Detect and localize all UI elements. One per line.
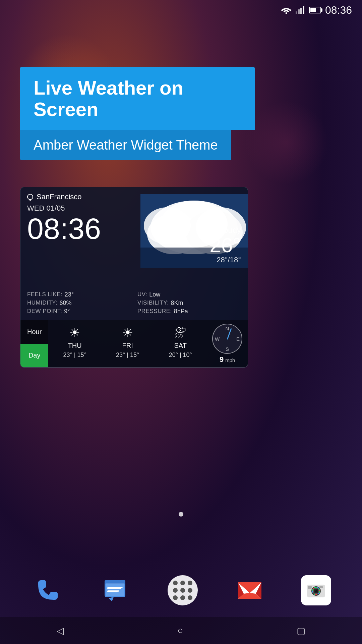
compass-south: S [226,346,229,352]
visibility-label: VISIBILITY: [137,300,169,307]
svg-rect-1 [296,11,297,14]
tab-day[interactable]: Day [20,344,48,367]
status-bar: 08:36 [0,0,362,20]
widget-stats: FEELS LIKE: 23° UV: Low HUMIDITY: 60% VI… [20,291,248,320]
pressure-value: 8hPa [174,308,188,315]
compass-circle: N S E W [212,324,242,354]
compass-east: E [236,336,240,341]
promo-subtitle-box: Amber Weather Widget Theme [20,130,231,160]
visibility-value: 8Km [171,300,183,307]
forecast-icon-2: ⛈ [174,326,186,340]
widget-forecast: Hour Day ☀ THU 23° | 15° ☀ FRI 23° | 15°… [20,320,248,367]
uv-label: UV: [137,291,147,298]
camera-icon[interactable] [301,575,331,605]
forecast-day-name-2: SAT [174,342,187,350]
wind-unit: mph [225,357,235,363]
forecast-days: ☀ THU 23° | 15° ☀ FRI 23° | 15° ⛈ SAT 20… [48,320,207,367]
uv-stat: UV: Low [137,291,241,298]
nav-recents-button[interactable]: ▢ [297,625,305,636]
pressure-stat: PRESSURE: 8hPa [137,308,241,315]
feels-like-stat: FEELS LIKE: 23° [27,291,131,298]
svg-rect-37 [319,586,323,588]
widget-main: WED 01/05 08:36 [20,204,248,291]
tab-hour[interactable]: Hour [20,320,48,344]
wind-info: 9 mph [220,355,235,364]
location-icon [27,194,33,200]
battery-icon [309,7,321,13]
forecast-temps-1: 23° | 15° [116,352,139,359]
wind-compass: N S E W 9 mph [207,320,248,367]
promo-banner[interactable]: Live Weather on Screen Amber Weather Wid… [20,67,255,160]
humidity-label: HUMIDITY: [27,300,57,307]
messages-icon[interactable] [99,574,133,607]
weather-widget[interactable]: SanFrancisco WED 01/05 08:36 [20,187,248,368]
pressure-label: PRESSURE: [137,308,172,315]
forecast-day-0: ☀ THU 23° | 15° [60,320,90,367]
widget-clock: 08:36 [27,214,241,244]
wifi-icon [281,6,292,14]
svg-rect-2 [298,9,300,14]
dock [0,564,362,617]
forecast-icon-1: ☀ [122,326,133,340]
dew-point-stat: DEW POINT: 9° [27,308,131,315]
svg-rect-18 [106,583,124,596]
svg-point-36 [315,590,316,591]
svg-rect-38 [308,586,312,589]
forecast-temps-0: 23° | 15° [63,352,86,359]
forecast-day-2: ⛈ SAT 20° | 10° [166,320,195,367]
status-time: 08:36 [325,4,352,16]
promo-title: Live Weather on Screen [34,77,241,120]
forecast-day-1: ☀ FRI 23° | 15° [113,320,142,367]
promo-subtitle: Amber Weather Widget Theme [34,138,218,153]
nav-home-button[interactable]: ○ [178,625,183,636]
page-dot [179,512,183,517]
signal-icon [296,6,305,14]
feels-like-label: FEELS LIKE: [27,291,63,298]
dew-point-label: DEW POINT: [27,308,62,315]
visibility-stat: VISIBILITY: 8Km [137,300,241,307]
forecast-day-name-0: THU [68,342,82,350]
compass-west: W [215,336,220,341]
widget-date: WED 01/05 [27,204,241,213]
page-indicator [179,512,183,517]
gmail-icon[interactable] [233,574,266,607]
humidity-stat: HUMIDITY: 60% [27,300,131,307]
uv-value: Low [149,291,160,298]
promo-title-box: Live Weather on Screen [20,67,255,130]
svg-marker-17 [109,597,114,601]
humidity-value: 60% [59,300,71,307]
apps-icon[interactable] [168,575,198,605]
status-icons: 08:36 [281,4,352,16]
nav-back-button[interactable]: ◁ [57,625,64,636]
wind-speed: 9 [220,355,224,364]
svg-point-0 [285,12,287,14]
forecast-day-name-1: FRI [122,342,133,350]
widget-location: SanFrancisco [37,193,82,201]
dew-point-value: 9° [64,308,70,315]
nav-bar: ◁ ○ ▢ [0,617,362,644]
compass-north: N [226,326,229,331]
forecast-icon-0: ☀ [69,326,80,340]
apps-grid [170,577,196,603]
forecast-tabs: Hour Day [20,320,48,367]
main-content: Live Weather on Screen Amber Weather Wid… [0,20,362,644]
svg-rect-3 [300,8,302,14]
widget-left: WED 01/05 08:36 [27,204,241,287]
feels-like-value: 23° [65,291,74,298]
forecast-temps-2: 20° | 10° [169,352,192,359]
phone-icon[interactable] [31,574,64,607]
svg-rect-4 [303,6,304,14]
